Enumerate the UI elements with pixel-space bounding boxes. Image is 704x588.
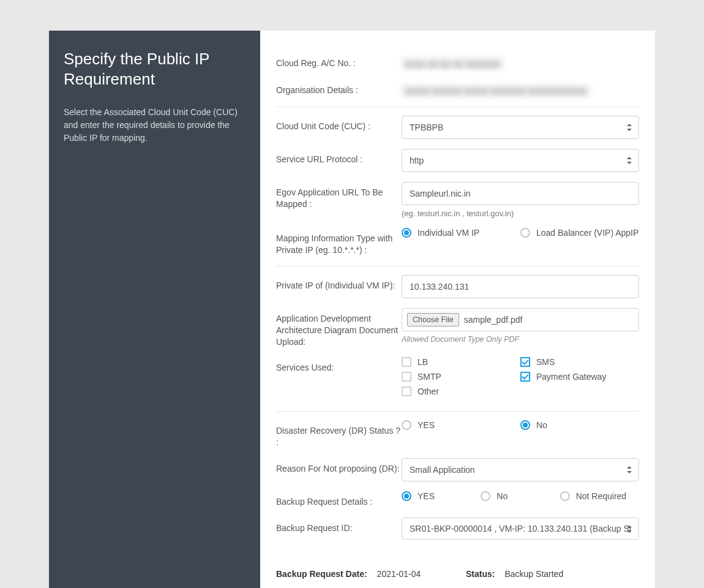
label-backup-details: Backup Request Details : [276,491,402,508]
checkbox-label: Other [418,386,439,396]
row-protocol: Service URL Protocol : http [276,144,639,177]
label-mapping-type: Mapping Information Type with Private IP… [276,228,402,256]
file-name: sample_pdf.pdf [464,315,523,325]
radio-icon [402,491,411,501]
radio-label: No [536,420,547,430]
checkbox-icon [520,357,530,367]
radio-icon [520,228,530,238]
checkbox-icon [402,386,411,396]
checkbox-label: SMS [536,357,555,367]
sidebar: Specify the Public IP Requirement Select… [49,31,260,588]
checkbox-lb[interactable]: LB [402,357,520,367]
label-backup-id: Backup Request ID: [276,518,402,534]
row-private-ip: Private IP of (Individual VM IP): [276,270,639,303]
checkbox-other[interactable]: Other [402,386,520,396]
hint-egov-url: (eg. testurl.nic.in , testurl.gov.in) [402,209,639,218]
radio-icon [560,491,570,501]
hint-arch-doc: Allowed Document Type Only PDF [402,335,639,344]
label-org-details: Organisation Details : [276,80,402,96]
row-egov-url: Egov Application URL To Be Mapped : (eg.… [276,177,639,223]
label-protocol: Service URL Protocol : [276,149,402,165]
checkbox-payment-gateway[interactable]: Payment Gateway [520,372,639,382]
checkbox-icon [520,372,530,382]
row-cuc: Cloud Unit Code (CUC) : TPBBPB [276,111,639,144]
row-mapping-type: Mapping Information Type with Private IP… [276,223,639,266]
row-cloud-reg: Cloud Reg. A/C No. : ▮▮▮▮-▮▮-▮▮-▮▮-▮▮▮▮▮… [276,48,639,75]
radio-icon [520,420,530,430]
radio-icon [402,420,411,430]
select-cuc[interactable]: TPBBPB [402,116,639,139]
choose-file-button[interactable]: Choose File [407,313,459,326]
row-services-used: Services Used: LB SMS SMTP [276,352,639,412]
label-cuc: Cloud Unit Code (CUC) : [276,116,402,132]
label-cloud-reg: Cloud Reg. A/C No. : [276,53,402,69]
label-dr-status: Disaster Recovery (DR) Status ? : [276,420,402,448]
radio-individual-vm-ip[interactable]: Individual VM IP [402,228,520,238]
radio-label: Individual VM IP [418,228,479,238]
radio-backup-yes[interactable]: YES [402,491,481,501]
file-input-arch-doc[interactable]: Choose File sample_pdf.pdf [402,308,639,331]
checkbox-sms[interactable]: SMS [520,357,639,367]
label-egov-url: Egov Application URL To Be Mapped : [276,182,402,210]
label-backup-date: Backup Request Date: [276,569,367,579]
radio-backup-no[interactable]: No [481,491,560,501]
backup-summary: Backup Request Date: 2021-01-04 Status: … [276,569,639,579]
checkbox-label: Payment Gateway [536,372,606,382]
page-description: Select the Associated Cloud Unit Code (C… [64,106,245,145]
form-main: Cloud Reg. A/C No. : ▮▮▮▮-▮▮-▮▮-▮▮-▮▮▮▮▮… [260,31,655,588]
row-dr-reason: Reason For Not proposing (DR): Small App… [276,453,639,486]
input-private-ip[interactable] [402,275,639,298]
radio-label: YES [418,420,435,430]
radio-label: No [496,491,507,501]
checkbox-label: LB [418,357,428,367]
value-backup-date: 2021-01-04 [377,569,421,579]
label-arch-doc: Application Development Architecture Dia… [276,308,402,348]
radio-label: Not Required [576,491,627,501]
form-card: Specify the Public IP Requirement Select… [49,31,655,588]
radio-load-balancer[interactable]: Load Balancer (VIP) AppIP [520,228,639,238]
input-egov-url[interactable] [402,182,639,205]
label-services-used: Services Used: [276,357,402,374]
checkbox-icon [402,372,411,382]
select-dr-reason[interactable]: Small Application [402,458,639,481]
checkbox-icon [402,357,411,367]
radio-label: Load Balancer (VIP) AppIP [536,228,638,238]
label-dr-reason: Reason For Not proposing (DR): [276,458,402,475]
radio-dr-no[interactable]: No [520,420,639,430]
label-status: Status: [466,569,495,579]
row-backup-id: Backup Request ID: SR01-BKP-00000014 , V… [276,513,639,545]
label-private-ip: Private IP of (Individual VM IP): [276,275,402,292]
select-backup-id[interactable]: SR01-BKP-00000014 , VM-IP: 10.133.240.13… [402,518,639,540]
select-protocol[interactable]: http [402,149,639,172]
radio-icon [402,228,411,238]
radio-icon [481,491,490,501]
row-backup-details: Backup Request Details : YES No Not Requ… [276,486,639,513]
row-org-details: Organisation Details : ▮▮▮▮▮ ▮▮▮▮▮▮ ▮▮▮▮… [276,75,639,107]
page-title: Specify the Public IP Requirement [64,49,245,89]
value-cloud-reg: ▮▮▮▮-▮▮-▮▮-▮▮-▮▮▮▮▮▮▮ [402,58,504,70]
value-status: Backup Started [504,569,563,579]
checkbox-smtp[interactable]: SMTP [402,372,520,382]
row-dr-status: Disaster Recovery (DR) Status ? : YES No [276,415,639,453]
value-org-details: ▮▮▮▮▮ ▮▮▮▮▮▮ ▮▮▮▮▮ ▮▮▮▮▮▮▮ ▮▮▮▮▮▮▮▮▮▮▮▮ [402,85,590,97]
form-footer: Back Submit [276,579,639,588]
radio-dr-yes[interactable]: YES [402,420,520,430]
checkbox-label: SMTP [418,372,441,382]
radio-label: YES [418,491,435,501]
radio-backup-not-required[interactable]: Not Required [560,491,639,501]
row-arch-doc: Application Development Architecture Dia… [276,303,639,353]
